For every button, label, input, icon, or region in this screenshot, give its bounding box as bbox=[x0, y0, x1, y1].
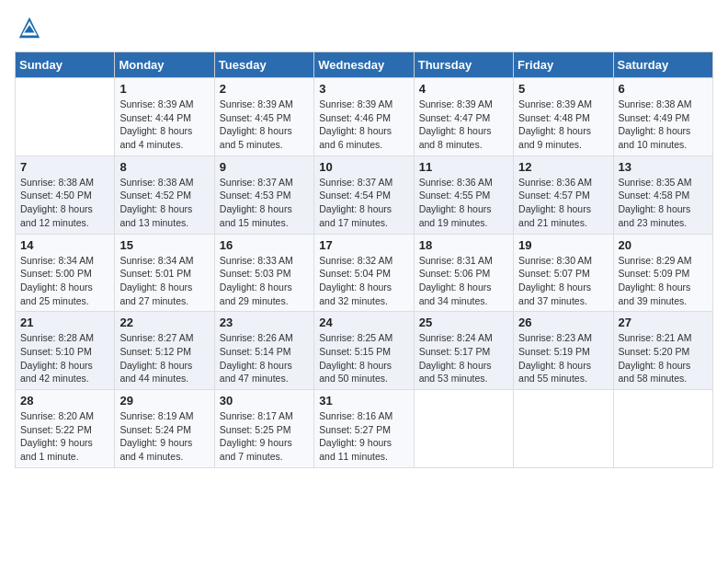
day-number: 26 bbox=[518, 316, 608, 329]
weekday-header-monday: Monday bbox=[115, 52, 214, 78]
calendar-cell: 15Sunrise: 8:34 AMSunset: 5:01 PMDayligh… bbox=[115, 234, 214, 312]
day-detail: Sunrise: 8:38 AMSunset: 4:50 PMDaylight:… bbox=[20, 176, 109, 230]
calendar-cell: 1Sunrise: 8:39 AMSunset: 4:44 PMDaylight… bbox=[115, 78, 214, 156]
calendar-cell: 14Sunrise: 8:34 AMSunset: 5:00 PMDayligh… bbox=[16, 234, 115, 312]
day-number: 18 bbox=[419, 238, 508, 252]
day-number: 29 bbox=[119, 394, 209, 408]
calendar-cell: 3Sunrise: 8:39 AMSunset: 4:46 PMDaylight… bbox=[314, 78, 414, 156]
weekday-header-tuesday: Tuesday bbox=[214, 52, 313, 78]
calendar-cell: 8Sunrise: 8:38 AMSunset: 4:52 PMDaylight… bbox=[115, 155, 214, 234]
day-detail: Sunrise: 8:38 AMSunset: 4:52 PMDaylight:… bbox=[119, 176, 209, 230]
calendar-cell: 30Sunrise: 8:17 AMSunset: 5:25 PMDayligh… bbox=[214, 390, 313, 468]
calendar-cell: 6Sunrise: 8:38 AMSunset: 4:49 PMDaylight… bbox=[613, 78, 712, 156]
day-number: 6 bbox=[619, 82, 708, 96]
calendar-cell: 18Sunrise: 8:31 AMSunset: 5:06 PMDayligh… bbox=[414, 234, 513, 312]
day-number: 8 bbox=[119, 160, 209, 174]
day-number: 2 bbox=[220, 82, 309, 96]
day-detail: Sunrise: 8:39 AMSunset: 4:47 PMDaylight:… bbox=[419, 98, 508, 152]
day-detail: Sunrise: 8:33 AMSunset: 5:03 PMDaylight:… bbox=[220, 254, 309, 308]
week-row-3: 14Sunrise: 8:34 AMSunset: 5:00 PMDayligh… bbox=[16, 234, 713, 312]
calendar-cell bbox=[16, 78, 115, 156]
calendar-table: SundayMondayTuesdayWednesdayThursdayFrid… bbox=[15, 52, 713, 468]
calendar-cell: 21Sunrise: 8:28 AMSunset: 5:10 PMDayligh… bbox=[16, 312, 115, 390]
day-detail: Sunrise: 8:19 AMSunset: 5:24 PMDaylight:… bbox=[119, 409, 209, 464]
day-detail: Sunrise: 8:25 AMSunset: 5:15 PMDaylight:… bbox=[319, 331, 408, 385]
day-number: 24 bbox=[319, 316, 408, 329]
weekday-row: SundayMondayTuesdayWednesdayThursdayFrid… bbox=[16, 52, 713, 78]
day-number: 30 bbox=[220, 394, 309, 408]
calendar-cell: 27Sunrise: 8:21 AMSunset: 5:20 PMDayligh… bbox=[613, 312, 712, 390]
logo-icon bbox=[17, 15, 42, 40]
day-number: 23 bbox=[220, 316, 309, 329]
calendar-cell: 25Sunrise: 8:24 AMSunset: 5:17 PMDayligh… bbox=[414, 312, 513, 390]
day-detail: Sunrise: 8:36 AMSunset: 4:55 PMDaylight:… bbox=[419, 176, 508, 230]
calendar-cell bbox=[514, 390, 613, 468]
calendar-cell: 10Sunrise: 8:37 AMSunset: 4:54 PMDayligh… bbox=[314, 155, 414, 234]
day-number: 15 bbox=[119, 238, 209, 252]
day-number: 17 bbox=[319, 238, 408, 252]
day-detail: Sunrise: 8:26 AMSunset: 5:14 PMDaylight:… bbox=[220, 331, 309, 385]
day-number: 1 bbox=[119, 82, 209, 96]
day-number: 19 bbox=[518, 238, 608, 252]
calendar-cell: 7Sunrise: 8:38 AMSunset: 4:50 PMDaylight… bbox=[16, 155, 115, 234]
day-detail: Sunrise: 8:31 AMSunset: 5:06 PMDaylight:… bbox=[419, 254, 508, 308]
day-detail: Sunrise: 8:39 AMSunset: 4:48 PMDaylight:… bbox=[518, 98, 608, 152]
day-number: 3 bbox=[319, 82, 408, 96]
day-number: 14 bbox=[20, 238, 109, 252]
week-row-1: 1Sunrise: 8:39 AMSunset: 4:44 PMDaylight… bbox=[16, 78, 713, 156]
day-detail: Sunrise: 8:39 AMSunset: 4:44 PMDaylight:… bbox=[119, 98, 209, 152]
calendar-cell bbox=[613, 390, 712, 468]
day-number: 31 bbox=[319, 394, 408, 408]
day-number: 28 bbox=[20, 394, 109, 408]
calendar-body: 1Sunrise: 8:39 AMSunset: 4:44 PMDaylight… bbox=[16, 78, 713, 468]
week-row-5: 28Sunrise: 8:20 AMSunset: 5:22 PMDayligh… bbox=[16, 390, 713, 468]
calendar-cell: 24Sunrise: 8:25 AMSunset: 5:15 PMDayligh… bbox=[314, 312, 414, 390]
day-number: 25 bbox=[419, 316, 508, 329]
day-number: 20 bbox=[619, 238, 708, 252]
calendar-cell: 13Sunrise: 8:35 AMSunset: 4:58 PMDayligh… bbox=[613, 155, 712, 234]
day-detail: Sunrise: 8:32 AMSunset: 5:04 PMDaylight:… bbox=[319, 254, 408, 308]
day-detail: Sunrise: 8:36 AMSunset: 4:57 PMDaylight:… bbox=[518, 176, 608, 230]
day-number: 12 bbox=[518, 160, 608, 174]
day-number: 11 bbox=[419, 160, 508, 174]
weekday-header-saturday: Saturday bbox=[613, 52, 712, 78]
calendar-cell: 11Sunrise: 8:36 AMSunset: 4:55 PMDayligh… bbox=[414, 155, 513, 234]
weekday-header-wednesday: Wednesday bbox=[314, 52, 414, 78]
day-detail: Sunrise: 8:21 AMSunset: 5:20 PMDaylight:… bbox=[619, 331, 708, 385]
day-detail: Sunrise: 8:34 AMSunset: 5:00 PMDaylight:… bbox=[20, 254, 109, 308]
day-number: 7 bbox=[20, 160, 109, 174]
calendar-cell: 28Sunrise: 8:20 AMSunset: 5:22 PMDayligh… bbox=[16, 390, 115, 468]
calendar-cell: 22Sunrise: 8:27 AMSunset: 5:12 PMDayligh… bbox=[115, 312, 214, 390]
week-row-4: 21Sunrise: 8:28 AMSunset: 5:10 PMDayligh… bbox=[16, 312, 713, 390]
day-detail: Sunrise: 8:23 AMSunset: 5:19 PMDaylight:… bbox=[518, 331, 608, 385]
calendar-cell: 2Sunrise: 8:39 AMSunset: 4:45 PMDaylight… bbox=[214, 78, 313, 156]
day-number: 4 bbox=[419, 82, 508, 96]
calendar-cell: 5Sunrise: 8:39 AMSunset: 4:48 PMDaylight… bbox=[514, 78, 613, 156]
weekday-header-friday: Friday bbox=[514, 52, 613, 78]
day-detail: Sunrise: 8:37 AMSunset: 4:53 PMDaylight:… bbox=[220, 176, 309, 230]
calendar-cell bbox=[414, 390, 513, 468]
logo bbox=[15, 15, 42, 40]
day-number: 5 bbox=[518, 82, 608, 96]
calendar-cell: 23Sunrise: 8:26 AMSunset: 5:14 PMDayligh… bbox=[214, 312, 313, 390]
day-detail: Sunrise: 8:34 AMSunset: 5:01 PMDaylight:… bbox=[119, 254, 209, 308]
day-detail: Sunrise: 8:27 AMSunset: 5:12 PMDaylight:… bbox=[119, 331, 209, 385]
calendar-cell: 17Sunrise: 8:32 AMSunset: 5:04 PMDayligh… bbox=[314, 234, 414, 312]
day-detail: Sunrise: 8:39 AMSunset: 4:46 PMDaylight:… bbox=[319, 98, 408, 152]
day-number: 21 bbox=[20, 316, 109, 329]
calendar-cell: 29Sunrise: 8:19 AMSunset: 5:24 PMDayligh… bbox=[115, 390, 214, 468]
week-row-2: 7Sunrise: 8:38 AMSunset: 4:50 PMDaylight… bbox=[16, 155, 713, 234]
day-detail: Sunrise: 8:37 AMSunset: 4:54 PMDaylight:… bbox=[319, 176, 408, 230]
page-header bbox=[15, 15, 713, 40]
calendar-cell: 16Sunrise: 8:33 AMSunset: 5:03 PMDayligh… bbox=[214, 234, 313, 312]
calendar-cell: 12Sunrise: 8:36 AMSunset: 4:57 PMDayligh… bbox=[514, 155, 613, 234]
day-number: 16 bbox=[220, 238, 309, 252]
calendar-cell: 9Sunrise: 8:37 AMSunset: 4:53 PMDaylight… bbox=[214, 155, 313, 234]
day-detail: Sunrise: 8:16 AMSunset: 5:27 PMDaylight:… bbox=[319, 409, 408, 464]
day-detail: Sunrise: 8:20 AMSunset: 5:22 PMDaylight:… bbox=[20, 409, 109, 464]
calendar-cell: 19Sunrise: 8:30 AMSunset: 5:07 PMDayligh… bbox=[514, 234, 613, 312]
day-detail: Sunrise: 8:17 AMSunset: 5:25 PMDaylight:… bbox=[220, 409, 309, 464]
calendar-cell: 20Sunrise: 8:29 AMSunset: 5:09 PMDayligh… bbox=[613, 234, 712, 312]
day-number: 13 bbox=[619, 160, 708, 174]
day-detail: Sunrise: 8:29 AMSunset: 5:09 PMDaylight:… bbox=[619, 254, 708, 308]
